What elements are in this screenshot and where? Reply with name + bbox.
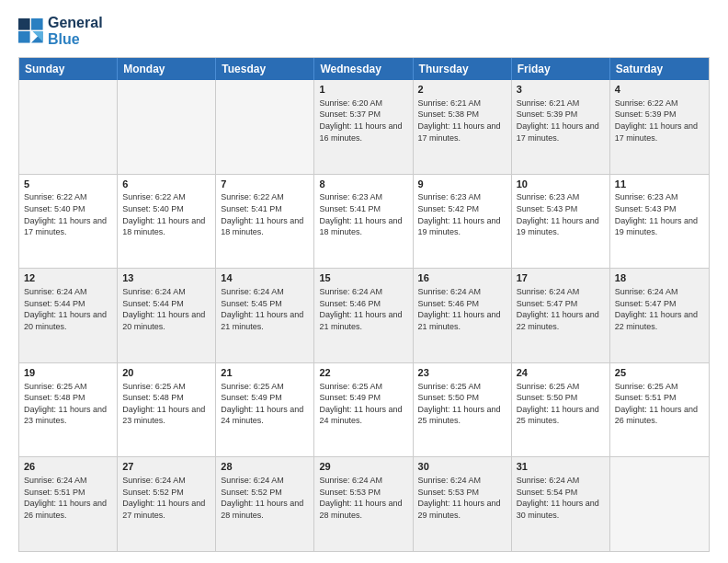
day-cell-7: 7Sunrise: 6:22 AMSunset: 5:41 PMDaylight… — [216, 175, 314, 269]
logo-icon — [18, 18, 44, 44]
day-cell-27: 27Sunrise: 6:24 AMSunset: 5:52 PMDayligh… — [118, 457, 216, 551]
day-cell-28: 28Sunrise: 6:24 AMSunset: 5:52 PMDayligh… — [216, 457, 314, 551]
day-info: Sunrise: 6:24 AMSunset: 5:45 PMDaylight:… — [221, 286, 309, 332]
day-info: Sunrise: 6:23 AMSunset: 5:42 PMDaylight:… — [418, 191, 506, 237]
day-cell-19: 19Sunrise: 6:25 AMSunset: 5:48 PMDayligh… — [19, 363, 118, 457]
calendar-week-2: 12Sunrise: 6:24 AMSunset: 5:44 PMDayligh… — [19, 269, 709, 363]
day-cell-17: 17Sunrise: 6:24 AMSunset: 5:47 PMDayligh… — [512, 269, 610, 362]
day-info: Sunrise: 6:25 AMSunset: 5:48 PMDaylight:… — [122, 381, 210, 427]
day-info: Sunrise: 6:24 AMSunset: 5:47 PMDaylight:… — [517, 286, 605, 332]
day-cell-3: 3Sunrise: 6:21 AMSunset: 5:39 PMDaylight… — [512, 80, 610, 174]
day-cell-30: 30Sunrise: 6:24 AMSunset: 5:53 PMDayligh… — [414, 457, 512, 551]
header: General Blue — [18, 15, 710, 48]
day-cell-6: 6Sunrise: 6:22 AMSunset: 5:40 PMDaylight… — [118, 175, 216, 269]
day-cell-1: 1Sunrise: 6:20 AMSunset: 5:37 PMDaylight… — [314, 80, 413, 174]
day-number: 10 — [517, 178, 605, 191]
calendar-week-4: 26Sunrise: 6:24 AMSunset: 5:51 PMDayligh… — [19, 457, 709, 551]
day-cell-12: 12Sunrise: 6:24 AMSunset: 5:44 PMDayligh… — [19, 269, 118, 362]
day-number: 23 — [418, 366, 506, 380]
day-number: 22 — [319, 366, 407, 380]
day-cell-22: 22Sunrise: 6:25 AMSunset: 5:49 PMDayligh… — [314, 363, 413, 457]
day-cell-2: 2Sunrise: 6:21 AMSunset: 5:38 PMDaylight… — [414, 80, 512, 174]
day-info: Sunrise: 6:23 AMSunset: 5:43 PMDaylight:… — [615, 191, 704, 237]
day-number: 9 — [418, 178, 506, 191]
day-number: 15 — [319, 271, 407, 285]
day-info: Sunrise: 6:22 AMSunset: 5:40 PMDaylight:… — [122, 191, 210, 237]
calendar-week-0: 1Sunrise: 6:20 AMSunset: 5:37 PMDaylight… — [19, 80, 709, 175]
day-number: 30 — [418, 460, 506, 474]
day-info: Sunrise: 6:24 AMSunset: 5:44 PMDaylight:… — [122, 286, 210, 332]
day-cell-29: 29Sunrise: 6:24 AMSunset: 5:53 PMDayligh… — [314, 457, 413, 551]
calendar: SundayMondayTuesdayWednesdayThursdayFrid… — [18, 57, 710, 552]
empty-cell — [216, 80, 314, 174]
day-number: 27 — [122, 460, 210, 474]
day-number: 19 — [24, 366, 112, 380]
day-number: 11 — [615, 178, 704, 191]
day-cell-16: 16Sunrise: 6:24 AMSunset: 5:46 PMDayligh… — [414, 269, 512, 362]
day-info: Sunrise: 6:24 AMSunset: 5:54 PMDaylight:… — [517, 475, 605, 521]
calendar-week-1: 5Sunrise: 6:22 AMSunset: 5:40 PMDaylight… — [19, 175, 709, 270]
day-info: Sunrise: 6:21 AMSunset: 5:39 PMDaylight:… — [517, 98, 605, 144]
day-info: Sunrise: 6:24 AMSunset: 5:46 PMDaylight:… — [418, 286, 506, 332]
logo-text: General Blue — [48, 15, 103, 48]
weekday-header-thursday: Thursday — [414, 58, 512, 80]
day-number: 14 — [221, 271, 309, 285]
day-info: Sunrise: 6:25 AMSunset: 5:48 PMDaylight:… — [24, 381, 112, 427]
page: General Blue SundayMondayTuesdayWednesda… — [0, 0, 728, 563]
calendar-body: 1Sunrise: 6:20 AMSunset: 5:37 PMDaylight… — [19, 80, 709, 551]
day-number: 4 — [615, 83, 704, 97]
day-number: 24 — [517, 366, 605, 380]
day-info: Sunrise: 6:25 AMSunset: 5:50 PMDaylight:… — [517, 381, 605, 427]
weekday-header-monday: Monday — [118, 58, 216, 80]
day-info: Sunrise: 6:20 AMSunset: 5:37 PMDaylight:… — [319, 98, 407, 144]
day-number: 7 — [221, 178, 309, 191]
day-number: 29 — [319, 460, 407, 474]
day-info: Sunrise: 6:25 AMSunset: 5:51 PMDaylight:… — [615, 381, 704, 427]
day-info: Sunrise: 6:22 AMSunset: 5:40 PMDaylight:… — [24, 191, 112, 237]
day-info: Sunrise: 6:24 AMSunset: 5:53 PMDaylight:… — [418, 475, 506, 521]
day-number: 3 — [517, 83, 605, 97]
day-number: 5 — [24, 178, 112, 191]
day-number: 28 — [221, 460, 309, 474]
day-cell-18: 18Sunrise: 6:24 AMSunset: 5:47 PMDayligh… — [610, 269, 709, 362]
day-cell-20: 20Sunrise: 6:25 AMSunset: 5:48 PMDayligh… — [118, 363, 216, 457]
day-cell-25: 25Sunrise: 6:25 AMSunset: 5:51 PMDayligh… — [610, 363, 709, 457]
empty-cell — [19, 80, 118, 174]
weekday-header-tuesday: Tuesday — [216, 58, 314, 80]
day-number: 21 — [221, 366, 309, 380]
day-cell-14: 14Sunrise: 6:24 AMSunset: 5:45 PMDayligh… — [216, 269, 314, 362]
day-cell-13: 13Sunrise: 6:24 AMSunset: 5:44 PMDayligh… — [118, 269, 216, 362]
day-number: 17 — [517, 271, 605, 285]
day-cell-10: 10Sunrise: 6:23 AMSunset: 5:43 PMDayligh… — [512, 175, 610, 269]
day-info: Sunrise: 6:24 AMSunset: 5:52 PMDaylight:… — [122, 475, 210, 521]
weekday-header-friday: Friday — [512, 58, 610, 80]
day-number: 6 — [122, 178, 210, 191]
day-cell-26: 26Sunrise: 6:24 AMSunset: 5:51 PMDayligh… — [19, 457, 118, 551]
day-number: 18 — [615, 271, 704, 285]
day-number: 26 — [24, 460, 112, 474]
day-cell-24: 24Sunrise: 6:25 AMSunset: 5:50 PMDayligh… — [512, 363, 610, 457]
svg-rect-1 — [31, 18, 43, 30]
weekday-header-wednesday: Wednesday — [314, 58, 413, 80]
day-info: Sunrise: 6:23 AMSunset: 5:41 PMDaylight:… — [319, 191, 407, 237]
weekday-header-saturday: Saturday — [610, 58, 709, 80]
logo: General Blue — [18, 15, 103, 48]
day-info: Sunrise: 6:25 AMSunset: 5:49 PMDaylight:… — [221, 381, 309, 427]
day-cell-31: 31Sunrise: 6:24 AMSunset: 5:54 PMDayligh… — [512, 457, 610, 551]
svg-rect-0 — [18, 18, 30, 30]
day-number: 13 — [122, 271, 210, 285]
svg-rect-2 — [18, 31, 30, 43]
day-cell-11: 11Sunrise: 6:23 AMSunset: 5:43 PMDayligh… — [610, 175, 709, 269]
day-info: Sunrise: 6:22 AMSunset: 5:39 PMDaylight:… — [615, 98, 704, 144]
day-info: Sunrise: 6:24 AMSunset: 5:53 PMDaylight:… — [319, 475, 407, 521]
day-number: 2 — [418, 83, 506, 97]
day-info: Sunrise: 6:22 AMSunset: 5:41 PMDaylight:… — [221, 191, 309, 237]
day-info: Sunrise: 6:24 AMSunset: 5:52 PMDaylight:… — [221, 475, 309, 521]
day-number: 20 — [122, 366, 210, 380]
day-cell-5: 5Sunrise: 6:22 AMSunset: 5:40 PMDaylight… — [19, 175, 118, 269]
calendar-header: SundayMondayTuesdayWednesdayThursdayFrid… — [19, 58, 709, 80]
day-info: Sunrise: 6:24 AMSunset: 5:46 PMDaylight:… — [319, 286, 407, 332]
day-number: 8 — [319, 178, 407, 191]
empty-cell — [118, 80, 216, 174]
day-cell-4: 4Sunrise: 6:22 AMSunset: 5:39 PMDaylight… — [610, 80, 709, 174]
